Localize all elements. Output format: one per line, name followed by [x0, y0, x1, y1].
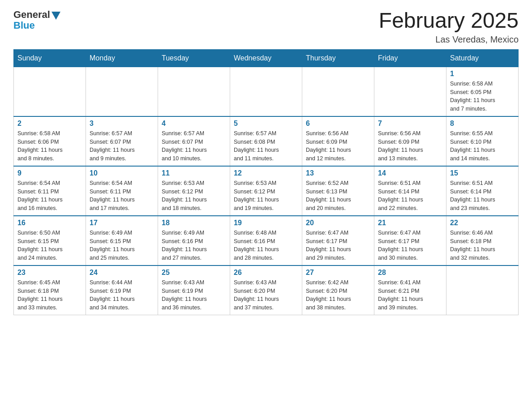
calendar-cell	[86, 67, 158, 116]
calendar-cell: 21Sunrise: 6:47 AMSunset: 6:17 PMDayligh…	[374, 216, 446, 265]
day-info: Sunrise: 6:43 AMSunset: 6:19 PMDaylight:…	[162, 278, 226, 312]
calendar-cell	[230, 67, 302, 116]
calendar-cell: 6Sunrise: 6:56 AMSunset: 6:09 PMDaylight…	[302, 116, 374, 166]
calendar-cell: 9Sunrise: 6:54 AMSunset: 6:11 PMDaylight…	[14, 166, 86, 216]
column-header-sunday: Sunday	[14, 49, 86, 67]
month-title: February 2025	[379, 9, 519, 33]
day-info: Sunrise: 6:54 AMSunset: 6:11 PMDaylight:…	[90, 179, 154, 213]
day-number: 23	[17, 269, 82, 277]
calendar-header-row: SundayMondayTuesdayWednesdayThursdayFrid…	[14, 49, 519, 67]
day-number: 4	[162, 120, 226, 128]
column-header-tuesday: Tuesday	[158, 49, 230, 67]
day-number: 5	[234, 120, 298, 128]
day-info: Sunrise: 6:51 AMSunset: 6:14 PMDaylight:…	[378, 179, 442, 213]
logo-blue-text: Blue	[13, 20, 35, 31]
column-header-thursday: Thursday	[302, 49, 374, 67]
day-number: 12	[234, 169, 298, 177]
day-info: Sunrise: 6:53 AMSunset: 6:12 PMDaylight:…	[162, 179, 226, 213]
day-info: Sunrise: 6:43 AMSunset: 6:20 PMDaylight:…	[234, 278, 298, 312]
day-info: Sunrise: 6:55 AMSunset: 6:10 PMDaylight:…	[450, 129, 515, 163]
calendar-cell: 4Sunrise: 6:57 AMSunset: 6:07 PMDaylight…	[158, 116, 230, 166]
day-number: 1	[450, 70, 515, 78]
day-number: 22	[450, 219, 515, 227]
calendar-week-row: 23Sunrise: 6:45 AMSunset: 6:18 PMDayligh…	[14, 265, 519, 315]
calendar-cell: 27Sunrise: 6:42 AMSunset: 6:20 PMDayligh…	[302, 265, 374, 315]
calendar-table: SundayMondayTuesdayWednesdayThursdayFrid…	[13, 49, 519, 315]
logo: General Blue	[13, 9, 60, 31]
day-number: 15	[450, 169, 515, 177]
day-info: Sunrise: 6:57 AMSunset: 6:07 PMDaylight:…	[162, 129, 226, 163]
title-section: February 2025 Las Veredas, Mexico	[379, 9, 519, 45]
calendar-cell: 3Sunrise: 6:57 AMSunset: 6:07 PMDaylight…	[86, 116, 158, 166]
calendar-cell: 20Sunrise: 6:47 AMSunset: 6:17 PMDayligh…	[302, 216, 374, 265]
day-info: Sunrise: 6:57 AMSunset: 6:08 PMDaylight:…	[234, 129, 298, 163]
day-number: 20	[306, 219, 370, 227]
day-info: Sunrise: 6:45 AMSunset: 6:18 PMDaylight:…	[17, 278, 82, 312]
calendar-cell: 11Sunrise: 6:53 AMSunset: 6:12 PMDayligh…	[158, 166, 230, 216]
day-info: Sunrise: 6:51 AMSunset: 6:14 PMDaylight:…	[450, 179, 515, 213]
calendar-cell: 10Sunrise: 6:54 AMSunset: 6:11 PMDayligh…	[86, 166, 158, 216]
calendar-week-row: 1Sunrise: 6:58 AMSunset: 6:05 PMDaylight…	[14, 67, 519, 116]
calendar-cell: 25Sunrise: 6:43 AMSunset: 6:19 PMDayligh…	[158, 265, 230, 315]
day-number: 13	[306, 169, 370, 177]
calendar-cell: 28Sunrise: 6:41 AMSunset: 6:21 PMDayligh…	[374, 265, 446, 315]
calendar-cell: 26Sunrise: 6:43 AMSunset: 6:20 PMDayligh…	[230, 265, 302, 315]
day-info: Sunrise: 6:58 AMSunset: 6:06 PMDaylight:…	[17, 129, 82, 163]
day-number: 16	[17, 219, 82, 227]
day-number: 26	[234, 269, 298, 277]
calendar-cell: 24Sunrise: 6:44 AMSunset: 6:19 PMDayligh…	[86, 265, 158, 315]
day-info: Sunrise: 6:52 AMSunset: 6:13 PMDaylight:…	[306, 179, 370, 213]
column-header-wednesday: Wednesday	[230, 49, 302, 67]
calendar-cell	[446, 265, 519, 315]
logo-arrow-icon	[51, 12, 60, 20]
calendar-cell: 1Sunrise: 6:58 AMSunset: 6:05 PMDaylight…	[446, 67, 519, 116]
day-number: 19	[234, 219, 298, 227]
day-info: Sunrise: 6:50 AMSunset: 6:15 PMDaylight:…	[17, 229, 82, 262]
calendar-cell	[14, 67, 86, 116]
calendar-cell: 23Sunrise: 6:45 AMSunset: 6:18 PMDayligh…	[14, 265, 86, 315]
day-info: Sunrise: 6:46 AMSunset: 6:18 PMDaylight:…	[450, 229, 515, 262]
day-info: Sunrise: 6:49 AMSunset: 6:16 PMDaylight:…	[162, 229, 226, 262]
calendar-cell	[158, 67, 230, 116]
day-info: Sunrise: 6:57 AMSunset: 6:07 PMDaylight:…	[90, 129, 154, 163]
day-number: 3	[90, 120, 154, 128]
day-info: Sunrise: 6:56 AMSunset: 6:09 PMDaylight:…	[378, 129, 442, 163]
day-number: 28	[378, 269, 442, 277]
calendar-cell: 5Sunrise: 6:57 AMSunset: 6:08 PMDaylight…	[230, 116, 302, 166]
day-info: Sunrise: 6:49 AMSunset: 6:15 PMDaylight:…	[90, 229, 154, 262]
calendar-week-row: 9Sunrise: 6:54 AMSunset: 6:11 PMDaylight…	[14, 166, 519, 216]
calendar-cell: 13Sunrise: 6:52 AMSunset: 6:13 PMDayligh…	[302, 166, 374, 216]
location: Las Veredas, Mexico	[379, 34, 519, 45]
calendar-cell: 18Sunrise: 6:49 AMSunset: 6:16 PMDayligh…	[158, 216, 230, 265]
calendar-cell: 16Sunrise: 6:50 AMSunset: 6:15 PMDayligh…	[14, 216, 86, 265]
day-number: 7	[378, 120, 442, 128]
day-info: Sunrise: 6:53 AMSunset: 6:12 PMDaylight:…	[234, 179, 298, 213]
calendar-cell: 8Sunrise: 6:55 AMSunset: 6:10 PMDaylight…	[446, 116, 519, 166]
logo-general-text: General	[13, 9, 50, 21]
day-number: 24	[90, 269, 154, 277]
day-info: Sunrise: 6:47 AMSunset: 6:17 PMDaylight:…	[306, 229, 370, 262]
day-info: Sunrise: 6:56 AMSunset: 6:09 PMDaylight:…	[306, 129, 370, 163]
calendar-cell: 19Sunrise: 6:48 AMSunset: 6:16 PMDayligh…	[230, 216, 302, 265]
column-header-saturday: Saturday	[446, 49, 519, 67]
calendar-cell: 2Sunrise: 6:58 AMSunset: 6:06 PMDaylight…	[14, 116, 86, 166]
day-info: Sunrise: 6:54 AMSunset: 6:11 PMDaylight:…	[17, 179, 82, 213]
day-number: 8	[450, 120, 515, 128]
calendar-week-row: 2Sunrise: 6:58 AMSunset: 6:06 PMDaylight…	[14, 116, 519, 166]
day-info: Sunrise: 6:44 AMSunset: 6:19 PMDaylight:…	[90, 278, 154, 312]
column-header-monday: Monday	[86, 49, 158, 67]
day-number: 21	[378, 219, 442, 227]
calendar-cell: 17Sunrise: 6:49 AMSunset: 6:15 PMDayligh…	[86, 216, 158, 265]
day-number: 18	[162, 219, 226, 227]
day-number: 25	[162, 269, 226, 277]
calendar-week-row: 16Sunrise: 6:50 AMSunset: 6:15 PMDayligh…	[14, 216, 519, 265]
day-info: Sunrise: 6:58 AMSunset: 6:05 PMDaylight:…	[450, 80, 515, 113]
calendar-cell: 12Sunrise: 6:53 AMSunset: 6:12 PMDayligh…	[230, 166, 302, 216]
calendar-cell: 14Sunrise: 6:51 AMSunset: 6:14 PMDayligh…	[374, 166, 446, 216]
calendar-cell	[302, 67, 374, 116]
day-number: 14	[378, 169, 442, 177]
page-header: General Blue February 2025 Las Veredas, …	[13, 9, 519, 45]
day-info: Sunrise: 6:41 AMSunset: 6:21 PMDaylight:…	[378, 278, 442, 312]
day-number: 17	[90, 219, 154, 227]
calendar-cell	[374, 67, 446, 116]
